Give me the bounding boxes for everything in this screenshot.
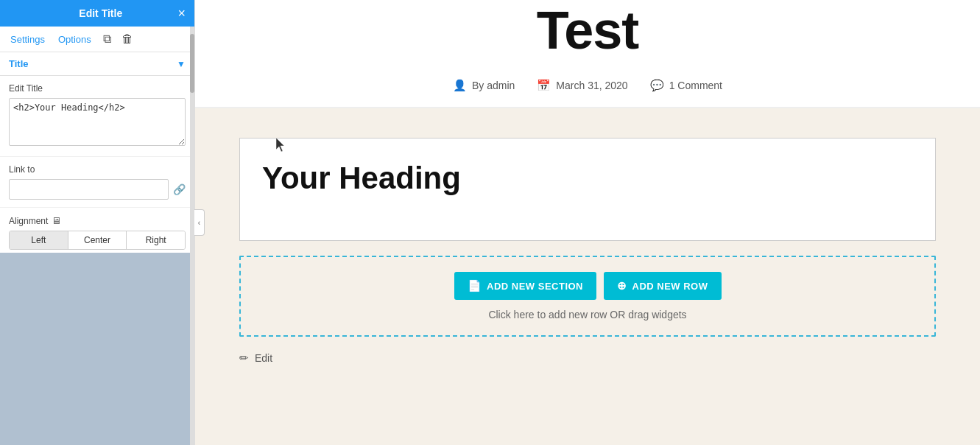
options-tab[interactable]: Options <box>55 32 94 46</box>
page-body: Your Heading 📄 ADD NEW SECTION ⊕ ADD NEW… <box>195 108 980 379</box>
edit-title-group: Edit Title <h2>Your Heading</h2> <box>0 76 194 157</box>
align-left-button[interactable]: Left <box>10 231 68 249</box>
add-hint-text: Click here to add new row OR drag widget… <box>488 309 686 320</box>
add-section-button[interactable]: 📄 ADD NEW SECTION <box>454 272 597 300</box>
add-row-button[interactable]: ⊕ ADD NEW ROW <box>604 272 722 300</box>
copy-icon[interactable]: ⧉ <box>102 31 113 47</box>
date-meta: 📅 March 31, 2020 <box>537 79 627 92</box>
panel-body: Title ▼ Edit Title <h2>Your Heading</h2>… <box>0 52 194 253</box>
link-icon[interactable]: 🔗 <box>173 183 186 195</box>
author-icon: 👤 <box>453 79 467 92</box>
link-to-label: Link to <box>9 164 186 175</box>
post-meta: 👤 By admin 📅 March 31, 2020 💬 1 Comment <box>195 68 980 108</box>
panel-scrollbar-thumb[interactable] <box>190 34 194 93</box>
edit-pencil-icon: ✏ <box>239 351 249 365</box>
link-to-group: Link to 🔗 <box>0 157 194 208</box>
add-row-label: ADD NEW ROW <box>632 281 708 292</box>
delete-icon[interactable]: 🗑 <box>120 31 135 47</box>
comments-label: 1 Comment <box>669 80 722 91</box>
comment-icon: 💬 <box>650 79 664 92</box>
main-area: Test 👤 By admin 📅 March 31, 2020 💬 1 Com… <box>195 0 980 445</box>
panel-close-button[interactable]: × <box>177 7 186 20</box>
edit-bar[interactable]: ✏ Edit <box>239 351 936 365</box>
author-label: By admin <box>472 80 515 91</box>
align-center-button[interactable]: Center <box>68 231 127 249</box>
comments-meta: 💬 1 Comment <box>650 79 722 92</box>
align-right-button[interactable]: Right <box>127 231 185 249</box>
panel-tabs: Settings Options ⧉ 🗑 <box>0 27 194 52</box>
cursor-icon <box>276 138 288 154</box>
panel-scrollbar[interactable] <box>190 27 194 445</box>
heading-display: Your Heading <box>262 161 913 196</box>
settings-tab[interactable]: Settings <box>7 32 48 46</box>
title-textarea[interactable]: <h2>Your Heading</h2> <box>9 98 186 146</box>
add-buttons-row: 📄 ADD NEW SECTION ⊕ ADD NEW ROW <box>454 272 722 300</box>
date-label: March 31, 2020 <box>556 80 627 91</box>
add-area: 📄 ADD NEW SECTION ⊕ ADD NEW ROW Click he… <box>239 256 936 337</box>
edit-title-label: Edit Title <box>9 83 186 94</box>
edit-label: Edit <box>255 352 272 364</box>
collapse-handle[interactable]: ‹ <box>194 209 205 236</box>
link-to-input[interactable] <box>9 179 169 200</box>
add-row-icon: ⊕ <box>617 279 627 292</box>
panel-title: Edit Title <box>24 7 177 19</box>
add-section-label: ADD NEW SECTION <box>487 281 583 292</box>
heading-widget[interactable]: Your Heading <box>239 138 936 241</box>
panel-header: Edit Title × <box>0 0 194 27</box>
panel-lower <box>0 253 194 446</box>
calendar-icon: 📅 <box>537 79 551 92</box>
title-section-header[interactable]: Title ▼ <box>0 52 194 76</box>
alignment-text: Alignment <box>9 216 48 226</box>
alignment-label: Alignment 🖥 <box>9 215 186 226</box>
title-chevron-icon: ▼ <box>177 59 186 69</box>
alignment-buttons: Left Center Right <box>9 231 186 250</box>
author-meta: 👤 By admin <box>453 79 515 92</box>
title-section-label: Title <box>9 58 29 69</box>
link-to-row: 🔗 <box>9 179 186 200</box>
add-section-icon: 📄 <box>468 279 482 292</box>
monitor-icon: 🖥 <box>52 215 61 226</box>
post-title: Test <box>195 0 980 68</box>
alignment-section: Alignment 🖥 Left Center Right <box>0 208 194 253</box>
left-panel: Edit Title × Settings Options ⧉ 🗑 Title … <box>0 0 195 445</box>
